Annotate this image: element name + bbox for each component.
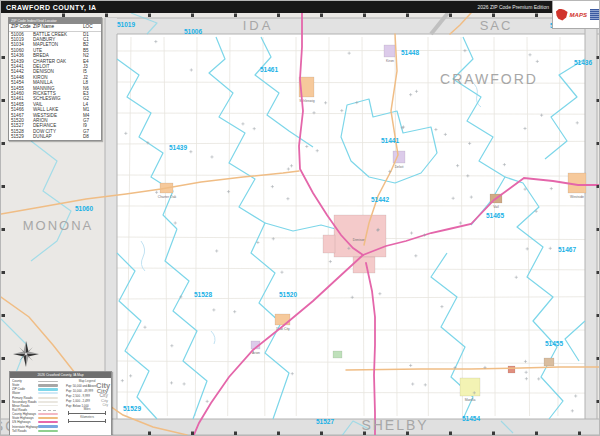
col-loc: LOC xyxy=(83,24,99,31)
zip-code-label: 51439 xyxy=(169,144,187,151)
grid-tick xyxy=(2,314,6,317)
map-logo-icon xyxy=(556,9,568,21)
scale-bar-label: Miles xyxy=(68,408,106,412)
grid-tick xyxy=(277,432,280,436)
city-label: Vail xyxy=(493,205,499,209)
pop-label: Pop: 1,000 - 2,499 xyxy=(66,399,90,403)
grid-tick xyxy=(2,99,6,102)
zip-code-label: 51455 xyxy=(545,340,563,347)
pop-city-sample: City xyxy=(103,404,109,407)
zip-code-label: 51442 xyxy=(371,196,389,203)
grid-tick xyxy=(597,400,600,403)
grid-tick xyxy=(277,14,280,18)
grid-tick xyxy=(449,14,452,18)
grid-tick xyxy=(2,400,6,403)
grid-tick xyxy=(320,14,323,18)
zip-code-label: 51461 xyxy=(260,66,278,73)
city-area xyxy=(544,358,554,366)
pop-label: Pop: 2,500 - 9,999 xyxy=(66,394,90,398)
zip-code-label: 51529 xyxy=(123,405,141,412)
zip-code-label: 51454 xyxy=(462,415,480,422)
edition-label: 2026 ZIP Code Premium Edition xyxy=(477,4,549,10)
grid-tick xyxy=(191,14,194,18)
city-label: Arion xyxy=(252,351,260,355)
grid-tick xyxy=(2,185,6,188)
grid-tick xyxy=(2,271,6,274)
loc-cell: D8 xyxy=(83,134,99,139)
zip-code-label: 51448 xyxy=(401,49,419,56)
zip-code-label: 51060 xyxy=(75,205,93,212)
grid-tick xyxy=(597,99,600,102)
legend-swatch xyxy=(38,401,58,403)
city-area xyxy=(460,378,480,396)
zip-code-label: 51528 xyxy=(194,291,212,298)
city-area xyxy=(275,314,290,325)
grid-tick xyxy=(492,14,495,18)
grid-tick xyxy=(363,14,366,18)
legend-item-label: Toll Roads xyxy=(12,429,38,433)
legend-swatch xyxy=(38,392,58,394)
legend-swatch xyxy=(38,381,58,382)
zip-code-label: 51436 xyxy=(574,59,592,66)
grid-tick xyxy=(105,14,108,18)
grid-tick xyxy=(320,432,323,436)
city-area xyxy=(508,366,515,373)
grid-tick xyxy=(191,432,194,436)
grid-tick xyxy=(578,432,581,436)
col-zip-code: ZIP Code xyxy=(9,24,33,31)
pop-label: Pop: 50,000 and Above xyxy=(66,384,96,388)
city-area xyxy=(323,235,335,253)
grid-tick xyxy=(406,432,409,436)
city-area xyxy=(353,257,375,273)
brand-logo: MAPS xyxy=(552,1,599,29)
legend-swatch xyxy=(38,413,58,415)
legend-swatch xyxy=(38,384,58,387)
city-area xyxy=(333,351,342,358)
grid-tick xyxy=(234,432,237,436)
city-label: Manilla xyxy=(465,398,476,402)
zip-code-label: 51441 xyxy=(381,137,399,144)
logo-fineprint xyxy=(590,9,599,20)
city-label: Denison xyxy=(353,238,366,242)
scale-bar-line xyxy=(68,413,106,414)
grid-tick xyxy=(449,432,452,436)
zip-code-cell: 51529 xyxy=(9,134,33,139)
zip-code-label: 51467 xyxy=(558,246,576,253)
legend-line-items: CountyStateZIP CodeWaterPrimary RoadsSec… xyxy=(10,378,64,433)
grid-tick xyxy=(148,14,151,18)
grid-tick xyxy=(535,432,538,436)
grid-tick xyxy=(2,56,6,59)
grid-tick xyxy=(2,228,6,231)
zip-code-label: 51465 xyxy=(486,212,504,219)
grid-tick xyxy=(597,228,600,231)
zip-index-table: ZIP Code Index/Grid Locator ZIP Code ZIP… xyxy=(8,17,102,141)
grid-tick xyxy=(597,271,600,274)
city-label: Westside xyxy=(570,195,584,199)
zip-index-row: 51529DUNLAPD8 xyxy=(9,134,101,139)
legend-city-items: Map Legend Pop: 50,000 and AboveCityPop:… xyxy=(64,378,110,433)
legend-item: Toll Roads xyxy=(12,429,64,433)
map-sheet: DenisonSchleswigCharter OakKironDeloitWe… xyxy=(0,0,600,436)
title-bar: CRAWFORD COUNTY, IA 2026 ZIP Code Premiu… xyxy=(1,1,600,13)
county-label: SHELBY xyxy=(361,417,428,433)
grid-tick xyxy=(2,142,6,145)
zip-code-label: 51019 xyxy=(117,21,135,28)
county-label: SAC xyxy=(480,18,513,33)
legend-swatch xyxy=(38,397,58,399)
city-label: Deloit xyxy=(395,165,404,169)
scale-bar-label: Kilometers xyxy=(68,416,106,420)
zip-code-label: 51520 xyxy=(279,291,297,298)
county-label: CRAWFORD xyxy=(440,71,538,87)
grid-tick xyxy=(597,185,600,188)
scale-bar: Kilometers xyxy=(68,416,106,424)
grid-tick xyxy=(535,14,538,18)
grid-tick xyxy=(148,432,151,436)
zip-name-cell: DUNLAP xyxy=(33,134,83,139)
logo-text: MAPS xyxy=(570,12,587,18)
map-legend: 2026 Crawford County, IA Map CountyState… xyxy=(9,371,112,436)
county-label: MONONA xyxy=(23,218,94,233)
grid-tick xyxy=(597,357,600,360)
city-area xyxy=(384,45,395,57)
grid-tick xyxy=(492,432,495,436)
legend-swatch xyxy=(38,388,58,391)
